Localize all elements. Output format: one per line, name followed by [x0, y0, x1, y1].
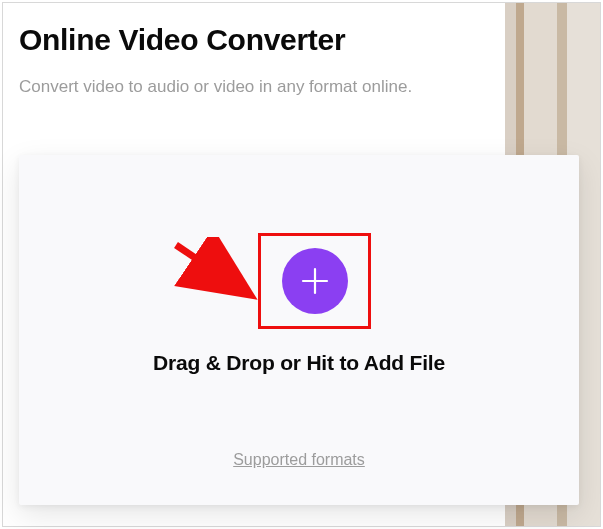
dropzone-instruction: Drag & Drop or Hit to Add File [19, 351, 579, 375]
page-title: Online Video Converter [19, 23, 499, 57]
page-header: Online Video Converter Convert video to … [19, 3, 499, 97]
svg-line-1 [176, 245, 246, 292]
plus-icon [298, 264, 332, 298]
upload-card[interactable]: Drag & Drop or Hit to Add File Supported… [19, 155, 579, 505]
supported-formats-link[interactable]: Supported formats [233, 451, 365, 468]
app-frame: Online Video Converter Convert video to … [2, 2, 601, 527]
annotation-highlight-box [258, 233, 371, 329]
page-subtitle: Convert video to audio or video in any f… [19, 77, 499, 97]
add-file-button[interactable] [282, 248, 348, 314]
annotation-arrow-icon [170, 237, 265, 307]
supported-formats-wrap: Supported formats [19, 451, 579, 469]
